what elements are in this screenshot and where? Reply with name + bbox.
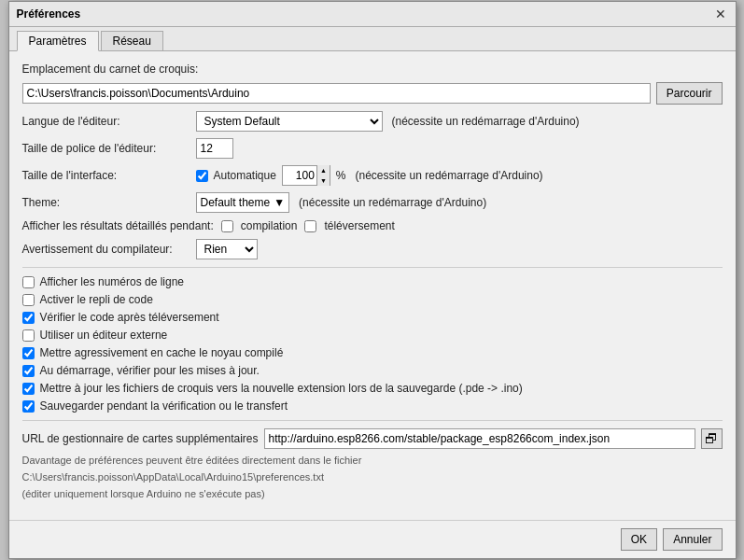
upload-label: téléversement <box>324 219 394 232</box>
compiler-warn-label: Avertissement du compilateur: <box>22 243 190 256</box>
sketchbook-input[interactable] <box>22 83 651 104</box>
tab-reseau[interactable]: Réseau <box>101 31 163 50</box>
checkbox-label-cb3: Vérifier le code après téléversement <box>40 311 219 324</box>
language-label: Langue de l'éditeur: <box>22 115 190 128</box>
font-size-row: Taille de police de l'éditeur: <box>22 138 723 159</box>
checkbox-label-cb6: Au démarrage, vérifier pour les mises à … <box>40 364 260 377</box>
checkbox-cb3[interactable] <box>22 312 35 324</box>
additional-urls-input[interactable] <box>264 428 695 449</box>
language-note: (nécessite un redémarrage d'Arduino) <box>392 115 580 128</box>
checkbox-cb2[interactable] <box>22 294 35 306</box>
browse-button[interactable]: Parcourir <box>656 82 723 105</box>
cancel-button[interactable]: Annuler <box>663 528 722 551</box>
language-select[interactable]: System Default <box>196 111 383 132</box>
spinner-down[interactable]: ▼ <box>316 175 330 186</box>
bottom-note1: Davantage de préférences peuvent être éd… <box>22 455 723 466</box>
checkbox-row-cb8: Sauvegarder pendant la vérification ou l… <box>22 399 723 413</box>
ok-button[interactable]: OK <box>621 528 657 551</box>
auto-label: Automatique <box>214 169 276 182</box>
checkbox-row-cb4: Utiliser un éditeur externe <box>22 329 723 342</box>
checkbox-cb6[interactable] <box>22 365 35 377</box>
checkbox-label-cb4: Utiliser un éditeur externe <box>40 329 168 342</box>
checkbox-label-cb5: Mettre agressivement en cache le noyau c… <box>40 346 284 359</box>
tab-parametres[interactable]: Paramètres <box>17 31 99 51</box>
checkbox-row-cb1: Afficher les numéros de ligne <box>22 275 723 288</box>
sketchbook-label: Emplacement du carnet de croquis: <box>22 63 199 76</box>
checkbox-label-cb7: Mettre à jour les fichiers de croquis ve… <box>40 382 523 395</box>
compilation-checkbox[interactable] <box>221 220 233 232</box>
compiler-warn-row: Avertissement du compilateur: RienDéfaut… <box>22 239 723 259</box>
percent-spinner: ▲ ▼ <box>282 165 330 186</box>
url-icon: 🗗 <box>705 431 718 446</box>
checkbox-row-cb3: Vérifier le code après téléversement <box>22 311 723 324</box>
font-size-label: Taille de police de l'éditeur: <box>22 142 190 155</box>
divider2 <box>22 420 723 421</box>
url-icon-button[interactable]: 🗗 <box>701 428 722 449</box>
compiler-warn-select[interactable]: RienDéfautPlusTout <box>196 239 258 259</box>
theme-value: Default theme <box>201 196 271 209</box>
percent-unit: % <box>336 169 346 182</box>
checkbox-cb1[interactable] <box>22 276 35 288</box>
show-results-label: Afficher les résultats détaillés pendant… <box>22 219 214 232</box>
checkbox-row-cb5: Mettre agressivement en cache le noyau c… <box>22 346 723 359</box>
theme-row: Theme: Default theme ▼ (nécessite un red… <box>22 192 723 213</box>
language-row: Langue de l'éditeur: System Default (néc… <box>22 111 723 132</box>
checkbox-cb5[interactable] <box>22 347 35 359</box>
checkbox-label-cb1: Afficher les numéros de ligne <box>40 275 185 288</box>
close-button[interactable]: ✕ <box>713 7 728 21</box>
additional-urls-label: URL de gestionnaire de cartes supplément… <box>22 432 259 445</box>
auto-checkbox[interactable] <box>196 170 208 182</box>
preferences-path: C:\Users\francis.poisson\AppData\Local\A… <box>22 471 723 483</box>
checkbox-row-cb6: Au démarrage, vérifier pour les mises à … <box>22 364 723 377</box>
content-area: Emplacement du carnet de croquis: Parcou… <box>9 51 736 511</box>
dialog-title: Préférences <box>17 7 81 21</box>
checkbox-label-cb2: Activer le repli de code <box>40 293 153 306</box>
spinner-up[interactable]: ▲ <box>316 165 330 175</box>
theme-note: (nécessite un redémarrage d'Arduino) <box>299 196 486 209</box>
sketchbook-input-row: Parcourir <box>22 82 723 105</box>
preferences-dialog: Préférences ✕ Paramètres Réseau Emplacem… <box>8 1 737 559</box>
checkbox-cb8[interactable] <box>22 400 35 413</box>
bottom-note2: (éditer uniquement lorsque Arduino ne s'… <box>22 488 723 499</box>
checkbox-cb4[interactable] <box>22 329 35 342</box>
compilation-label: compilation <box>241 219 298 232</box>
spinner-buttons: ▲ ▼ <box>316 165 330 186</box>
additional-urls-row: URL de gestionnaire de cartes supplément… <box>22 428 723 449</box>
checkbox-row-cb7: Mettre à jour les fichiers de croquis ve… <box>22 382 723 395</box>
checkboxes-container: Afficher les numéros de ligneActiver le … <box>22 275 723 413</box>
percent-input[interactable] <box>283 166 316 185</box>
checkbox-row-cb2: Activer le repli de code <box>22 293 723 306</box>
footer: OK Annuler <box>9 520 736 558</box>
show-results-row: Afficher les résultats détaillés pendant… <box>22 219 723 232</box>
divider1 <box>22 267 723 268</box>
theme-select[interactable]: Default theme ▼ <box>196 192 290 213</box>
upload-checkbox[interactable] <box>304 220 316 232</box>
sketchbook-row: Emplacement du carnet de croquis: <box>22 63 723 76</box>
interface-size-label: Taille de l'interface: <box>22 169 190 182</box>
interface-size-note: (nécessite un redémarrage d'Arduino) <box>356 169 543 182</box>
checkbox-label-cb8: Sauvegarder pendant la vérification ou l… <box>40 399 288 413</box>
interface-size-row: Taille de l'interface: Automatique ▲ ▼ %… <box>22 165 723 186</box>
theme-label: Theme: <box>22 196 190 209</box>
title-bar: Préférences ✕ <box>9 2 736 27</box>
theme-dropdown-icon: ▼ <box>274 196 285 209</box>
tabs-container: Paramètres Réseau <box>9 27 736 51</box>
font-size-input[interactable] <box>196 138 233 159</box>
checkbox-cb7[interactable] <box>22 383 35 395</box>
